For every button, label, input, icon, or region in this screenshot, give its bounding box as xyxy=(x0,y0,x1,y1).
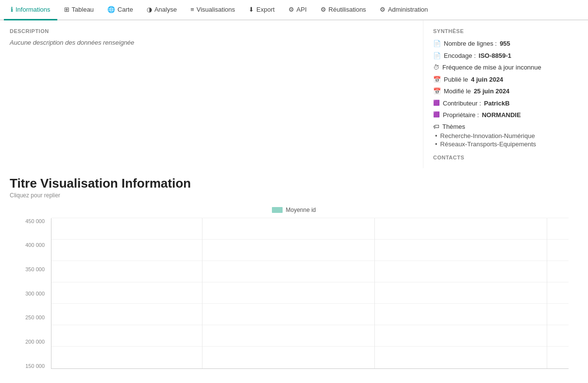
synthese-row-lignes: 📄 Nombre de lignes : 955 xyxy=(433,39,578,49)
bars-container xyxy=(51,218,569,368)
calendar-icon: 📅 xyxy=(433,75,441,85)
nav-item-administration[interactable]: ⚙ Administration xyxy=(373,0,435,20)
export-icon: ⬇ xyxy=(249,6,254,13)
legend-label: Moyenne id xyxy=(286,207,316,213)
nav-item-analyse[interactable]: ◑ Analyse xyxy=(140,0,184,20)
main-content: DESCRIPTION Aucune description des donné… xyxy=(0,20,588,168)
proprietaire-icon: 🟪 xyxy=(433,110,440,119)
viz-section: Titre Visualisation Information Cliquez … xyxy=(0,168,588,383)
modifie-label: Modifié le xyxy=(444,87,471,96)
synthese-row-proprietaire: 🟪 Propriétaire : NORMANDIE xyxy=(433,110,578,120)
chart-y-axis: 150 000 200 000 250 000 300 000 350 000 … xyxy=(19,218,49,369)
chart-plot xyxy=(51,218,569,369)
encodage-value: ISO-8859-1 xyxy=(479,51,511,61)
nav-item-reutilisations[interactable]: ⚙ Réutilisations xyxy=(314,0,373,20)
tags-icon: 🏷 xyxy=(433,123,439,130)
nav-bar: ℹ Informations ⊞ Tableau 🌐 Carte ◑ Analy… xyxy=(0,0,588,20)
nav-item-tableau[interactable]: ⊞ Tableau xyxy=(57,0,101,20)
nav-item-api[interactable]: ⚙ API xyxy=(282,0,314,20)
nav-item-informations[interactable]: ℹ Informations xyxy=(4,0,57,20)
viz-subtitle[interactable]: Cliquez pour replier xyxy=(10,192,578,199)
clock-icon: ⏱ xyxy=(433,63,439,72)
publie-value: 4 juin 2024 xyxy=(471,75,503,85)
lignes-label: Nombre de lignes : xyxy=(444,39,497,49)
proprietaire-label: Propriétaire : xyxy=(443,110,479,120)
theme-item-1: Recherche-Innovation-Numérique xyxy=(435,132,578,139)
description-section-title: DESCRIPTION xyxy=(10,28,413,34)
left-panel: DESCRIPTION Aucune description des donné… xyxy=(0,20,423,168)
encodage-label: Encodage : xyxy=(444,51,476,61)
legend-color-swatch xyxy=(272,207,283,213)
synthese-section-title: SYNTHÈSE xyxy=(433,28,578,34)
chart-container: Moyenne id 150 000 200 000 250 000 300 0… xyxy=(10,207,578,383)
synthese-row-modifie: 📅 Modifié le 25 juin 2024 xyxy=(433,87,578,96)
y-label-1: 200 000 xyxy=(19,339,49,345)
chart-area: 150 000 200 000 250 000 300 000 350 000 … xyxy=(19,218,569,383)
analyse-icon: ◑ xyxy=(147,6,152,13)
nav-item-visualisations[interactable]: ≡ Visualisations xyxy=(184,0,242,20)
modifie-value: 25 juin 2024 xyxy=(474,87,510,96)
api-icon: ⚙ xyxy=(288,6,294,13)
list-icon: ≡ xyxy=(190,6,194,13)
y-label-4: 350 000 xyxy=(19,266,49,272)
info-icon: ℹ xyxy=(11,6,13,13)
publie-label: Publié le xyxy=(444,75,468,85)
synthese-row-encodage: 📄 Encodage : ISO-8859-1 xyxy=(433,51,578,61)
y-label-3: 300 000 xyxy=(19,291,49,296)
proprietaire-value: NORMANDIE xyxy=(482,110,521,120)
themes-section: 🏷 Thèmes Recherche-Innovation-Numérique … xyxy=(433,123,578,148)
synthese-row-frequence: ⏱ Fréquence de mise à jour inconnue xyxy=(433,63,578,72)
admin-icon: ⚙ xyxy=(380,6,386,13)
file-icon-2: 📄 xyxy=(433,51,441,61)
map-icon: 🌐 xyxy=(107,6,115,13)
theme-item-2: Réseaux-Transports-Equipements xyxy=(435,140,578,148)
table-icon: ⊞ xyxy=(64,6,69,13)
contacts-section-title: CONTACTS xyxy=(433,155,578,160)
viz-title: Titre Visualisation Information xyxy=(10,176,578,191)
file-icon: 📄 xyxy=(433,39,441,49)
y-label-5: 400 000 xyxy=(19,242,49,248)
calendar-icon-2: 📅 xyxy=(433,87,441,96)
reutilisations-icon: ⚙ xyxy=(320,6,326,13)
y-label-6: 450 000 xyxy=(19,218,49,224)
synthese-row-publie: 📅 Publié le 4 juin 2024 xyxy=(433,75,578,85)
chart-legend: Moyenne id xyxy=(19,207,569,213)
contributeur-value: PatrickB xyxy=(484,99,510,108)
contributeur-label: Contributeur : xyxy=(443,99,481,108)
nav-item-carte[interactable]: 🌐 Carte xyxy=(101,0,140,20)
y-label-0: 150 000 xyxy=(19,363,49,369)
themes-label: 🏷 Thèmes xyxy=(433,123,578,130)
right-panel: SYNTHÈSE 📄 Nombre de lignes : 955 📄 Enco… xyxy=(423,20,588,168)
frequence-label: Fréquence de mise à jour inconnue xyxy=(442,63,541,72)
nav-item-export[interactable]: ⬇ Export xyxy=(242,0,282,20)
synthese-row-contributeur: 🟪 Contributeur : PatrickB xyxy=(433,99,578,108)
description-text: Aucune description des données renseigné… xyxy=(10,39,413,46)
contributeur-icon: 🟪 xyxy=(433,99,440,107)
lignes-value: 955 xyxy=(500,39,510,49)
y-label-2: 250 000 xyxy=(19,314,49,320)
